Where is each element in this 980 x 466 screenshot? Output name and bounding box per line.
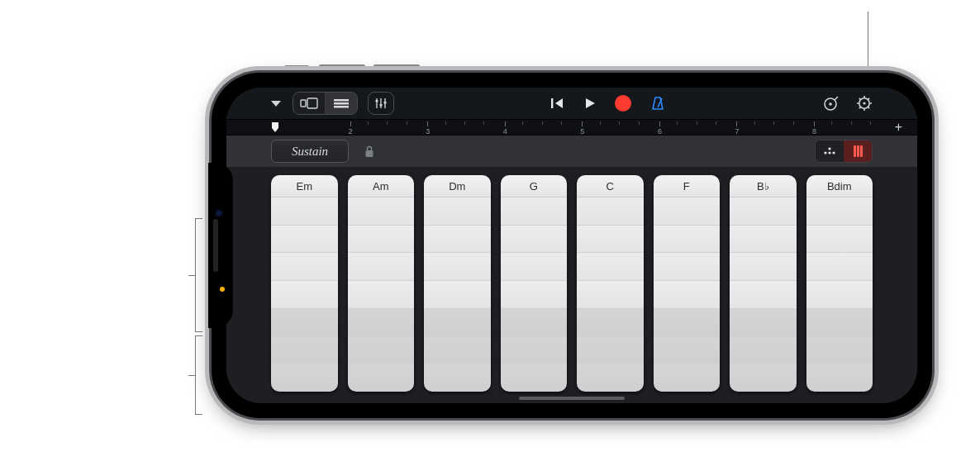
chord-bass-segment[interactable] <box>271 337 338 365</box>
chord-segment[interactable] <box>730 253 797 281</box>
chord-segment[interactable] <box>271 281 338 309</box>
chord-bass-segment[interactable] <box>348 337 415 365</box>
chord-bass-segment[interactable] <box>501 337 568 365</box>
svg-point-25 <box>863 102 865 104</box>
chord-segment[interactable] <box>806 281 873 309</box>
song-settings-button[interactable] <box>856 95 873 112</box>
metronome-button[interactable] <box>649 96 666 111</box>
chord-segment[interactable] <box>348 281 415 309</box>
svg-point-30 <box>832 151 835 154</box>
chord-bass-segment[interactable] <box>730 309 797 337</box>
chord-segment[interactable] <box>424 197 491 226</box>
ruler-minor-tick <box>697 121 697 125</box>
add-section-button[interactable]: + <box>890 120 902 135</box>
sustain-label: Sustain <box>292 145 328 159</box>
chord-strip[interactable]: B♭ <box>730 175 797 392</box>
instrument-browser-button[interactable] <box>821 95 840 112</box>
chord-segment[interactable] <box>654 226 721 254</box>
chord-segment[interactable] <box>577 197 644 226</box>
hw-button-b <box>344 420 392 425</box>
chord-bass-segment[interactable] <box>424 309 491 337</box>
chord-segment[interactable] <box>271 253 338 281</box>
chord-strip[interactable]: Am <box>348 175 415 392</box>
chord-bass-segment[interactable] <box>271 364 338 392</box>
chord-bass-segment[interactable] <box>424 337 491 365</box>
callout-tick-lower <box>188 375 195 376</box>
chord-segment[interactable] <box>501 281 568 309</box>
chord-bass-segment[interactable] <box>806 309 873 337</box>
ruler-minor-tick <box>870 121 871 125</box>
chord-bass-segment[interactable] <box>501 309 568 337</box>
chord-segment[interactable] <box>654 253 721 281</box>
chord-segment[interactable] <box>348 197 415 226</box>
chord-segment[interactable] <box>271 197 338 226</box>
chord-bass-segment[interactable] <box>806 337 873 365</box>
chord-strip[interactable]: Dm <box>424 175 491 392</box>
svg-rect-31 <box>854 145 856 157</box>
chord-bass-segment[interactable] <box>654 364 721 392</box>
chord-segment[interactable] <box>424 253 491 281</box>
chord-bass-segment[interactable] <box>424 364 491 392</box>
chord-segment[interactable] <box>424 281 491 309</box>
chord-segment[interactable] <box>806 226 873 254</box>
chord-strip[interactable]: G <box>501 175 568 392</box>
tracks-view-button[interactable] <box>326 93 357 114</box>
chord-segment[interactable] <box>501 226 568 254</box>
chord-bass-segment[interactable] <box>501 364 568 392</box>
chord-bass-segment[interactable] <box>348 364 415 392</box>
chord-bass-segment[interactable] <box>577 309 644 337</box>
chord-segment[interactable] <box>577 253 644 281</box>
go-to-beginning-button[interactable] <box>550 97 565 110</box>
scale-view-button[interactable] <box>816 140 844 162</box>
chord-label: Bdim <box>806 175 873 197</box>
chord-segment[interactable] <box>501 197 568 226</box>
record-button[interactable] <box>615 95 631 112</box>
right-tools <box>821 95 873 112</box>
browser-view-button[interactable] <box>293 93 326 114</box>
chord-bass-segment[interactable] <box>348 309 415 337</box>
ruler-minor-tick <box>677 121 678 125</box>
chord-bass-segment[interactable] <box>271 309 338 337</box>
sustain-button[interactable]: Sustain <box>271 140 349 163</box>
chord-segment[interactable] <box>730 226 797 254</box>
chord-strip[interactable]: Bdim <box>806 175 873 392</box>
chord-strip[interactable]: C <box>577 175 644 392</box>
chord-bass-segment[interactable] <box>654 309 721 337</box>
chord-bass-segment[interactable] <box>577 337 644 365</box>
svg-rect-0 <box>301 100 306 107</box>
ruler-bar-label: 3 <box>426 121 430 136</box>
chord-segment[interactable] <box>654 281 721 309</box>
chord-segment[interactable] <box>348 253 415 281</box>
chord-segment[interactable] <box>348 226 415 254</box>
chord-segment[interactable] <box>654 197 721 226</box>
chord-strip[interactable]: Em <box>271 175 338 392</box>
chord-strip[interactable]: F <box>654 175 721 392</box>
chord-bass-segment[interactable] <box>806 364 873 392</box>
ruler-minor-tick <box>773 121 774 125</box>
chord-segment[interactable] <box>730 281 797 309</box>
chord-segment[interactable] <box>424 226 491 254</box>
chord-bass-segment[interactable] <box>730 337 797 365</box>
ruler-minor-tick <box>600 121 601 125</box>
chord-bass-segment[interactable] <box>577 364 644 392</box>
chord-segment[interactable] <box>577 226 644 254</box>
callout-brace-upper <box>195 218 196 332</box>
ruler[interactable]: 2345678 + <box>226 119 917 136</box>
chord-bass-segment[interactable] <box>730 364 797 392</box>
ruler-minor-tick <box>831 121 832 125</box>
chord-bass-segment[interactable] <box>654 337 721 365</box>
sustain-lock-button[interactable] <box>359 140 380 162</box>
chord-segment[interactable] <box>271 226 338 254</box>
chord-strips-view-button[interactable] <box>844 140 872 162</box>
chord-segment[interactable] <box>577 281 644 309</box>
transport-controls <box>550 95 666 112</box>
chord-segment[interactable] <box>806 253 873 281</box>
chord-segment[interactable] <box>501 253 568 281</box>
phone-speaker <box>213 219 218 272</box>
chord-segment[interactable] <box>730 197 797 226</box>
play-button[interactable] <box>583 97 597 110</box>
my-songs-button[interactable] <box>264 98 288 108</box>
svg-line-23 <box>859 107 861 109</box>
track-controls-button[interactable] <box>368 92 394 115</box>
chord-segment[interactable] <box>806 197 873 226</box>
